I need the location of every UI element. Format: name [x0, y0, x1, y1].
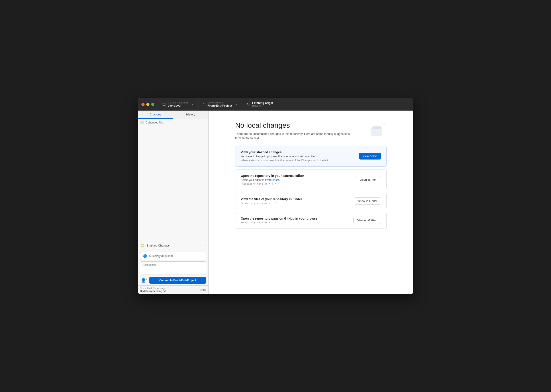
repo-icon: ⊡	[162, 102, 166, 107]
view-on-github-button[interactable]: View on GitHub	[354, 217, 381, 224]
last-commit-time: Committed 2 hours ago	[140, 287, 166, 290]
no-changes-header: No local changes There are no uncommitte…	[235, 121, 387, 140]
changed-files-row: — 0 changed files	[138, 119, 209, 126]
close-button[interactable]	[141, 103, 145, 106]
fetch-subtitle: Hang on...	[252, 105, 273, 107]
github-card-shortcut: Repository menu or ⌘ ⇧ G	[241, 221, 349, 224]
stashed-changes-row[interactable]: 🗃 Stashed Changes ›	[138, 241, 209, 250]
stashed-changes-label: Stashed Changes	[147, 244, 205, 247]
summary-input[interactable]	[149, 254, 204, 258]
stash-card-note: When a stash exists, access it at the bo…	[241, 159, 355, 162]
github-card-title: Open the repository page on GitHub in yo…	[241, 217, 349, 220]
svg-rect-0	[371, 128, 382, 136]
description-textarea[interactable]	[140, 261, 206, 275]
content-inner: No local changes There are no uncommitte…	[235, 121, 387, 231]
editor-card-shortcut: Repository menu or ⌘ ⇧ A	[241, 182, 351, 185]
preferences-link[interactable]: Preferences	[265, 178, 280, 182]
view-stash-button[interactable]: View stash	[359, 153, 381, 160]
repo-section[interactable]: ⊡ Current Repository everdevel ▼	[158, 98, 198, 111]
commit-button[interactable]: Commit to Front-End-Project	[149, 277, 206, 284]
traffic-lights	[141, 103, 154, 106]
no-changes-illustration	[369, 121, 387, 137]
no-changes-desc: There are no uncommitted changes in this…	[235, 132, 351, 140]
app-window: ⊡ Current Repository everdevel ▼ ⑂ Curre…	[138, 98, 413, 294]
repo-chevron-icon: ▼	[192, 103, 194, 105]
stash-expand-icon: ›	[205, 244, 206, 247]
commit-avatar-icon: 🔷	[143, 254, 147, 259]
editor-card-title: Open the repository in your external edi…	[241, 174, 351, 178]
sidebar: Changes History — 0 changed files 🗃 Stas…	[138, 111, 209, 294]
commit-area: 🔷 👤+ Commit to Front-End-Project	[138, 250, 209, 286]
summary-row: 🔷	[140, 252, 206, 260]
branch-label: Current Branch	[208, 101, 232, 104]
tab-changes[interactable]: Changes	[138, 111, 173, 119]
finder-card: View the files of your repository in Fin…	[235, 193, 387, 209]
commit-footer: 👤+ Commit to Front-End-Project	[140, 277, 206, 284]
finder-card-title: View the files of your repository in Fin…	[241, 197, 350, 201]
svg-rect-2	[373, 126, 381, 127]
maximize-button[interactable]	[151, 103, 154, 106]
main-area: Changes History — 0 changed files 🗃 Stas…	[138, 111, 413, 294]
changed-files-count: 0 changed files	[146, 121, 164, 124]
show-in-finder-button[interactable]: Show in Finder	[354, 197, 381, 205]
branch-icon: ⑂	[203, 102, 205, 106]
github-card: Open the repository page on GitHub in yo…	[235, 212, 387, 229]
stash-card-desc: You have 1 change in progress that you h…	[241, 155, 355, 158]
branch-name: Front-End-Project	[208, 104, 232, 107]
sidebar-tabs: Changes History	[138, 111, 209, 119]
tab-history[interactable]: History	[173, 111, 209, 119]
no-changes-title: No local changes	[235, 121, 369, 129]
editor-card: Open the repository in your external edi…	[235, 169, 387, 190]
select-all-checkbox[interactable]: —	[141, 121, 144, 124]
open-in-atom-button[interactable]: Open in Atom	[356, 176, 381, 183]
finder-card-shortcut: Repository menu or ⌘ ⇧ F	[241, 202, 350, 205]
editor-card-desc: Select your editor in Preferences	[241, 178, 351, 182]
repo-label: Current Repository	[168, 101, 188, 104]
repo-name: everdevel	[168, 104, 188, 107]
titlebar: ⊡ Current Repository everdevel ▼ ⑂ Curre…	[138, 98, 413, 111]
sidebar-spacer	[138, 126, 209, 241]
last-commit-message: Update webcoding.txt	[140, 290, 166, 293]
add-coauthor-button[interactable]: 👤+	[140, 277, 148, 284]
fetch-icon: ↻	[246, 102, 250, 107]
stash-card-title: View your stashed changes	[241, 150, 355, 154]
last-commit-bar: Committed 2 hours ago Update webcoding.t…	[138, 286, 209, 294]
fetch-title: Fetching origin	[252, 101, 273, 105]
fetch-section[interactable]: ↻ Fetching origin Hang on...	[242, 101, 277, 107]
undo-button[interactable]: Undo	[200, 288, 206, 291]
branch-section[interactable]: ⑂ Current Branch Front-End-Project ▼	[198, 98, 242, 111]
stash-icon: 🗃	[141, 243, 145, 248]
stash-card: View your stashed changes You have 1 cha…	[235, 146, 387, 167]
branch-chevron-icon: ▼	[235, 103, 237, 105]
minimize-button[interactable]	[146, 103, 149, 106]
content-area: No local changes There are no uncommitte…	[209, 111, 413, 294]
